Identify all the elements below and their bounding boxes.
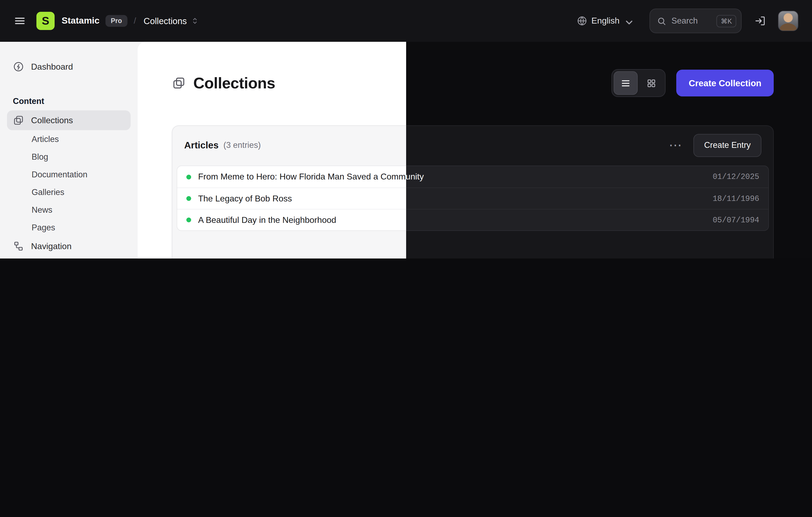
sidebar: Dashboard Content Collections Articles B…	[0, 42, 138, 258]
breadcrumb-separator: /	[134, 16, 136, 26]
sidebar-item-blog[interactable]: Blog	[7, 148, 130, 166]
menu-button[interactable]	[12, 13, 28, 29]
brand-name: Statamic	[62, 16, 99, 26]
sidebar-item-galleries[interactable]: Galleries	[7, 183, 130, 201]
sidebar-item-label: Collections	[31, 115, 73, 125]
view-mode-toggle	[612, 69, 666, 97]
grid-view-button[interactable]	[640, 71, 664, 95]
sidebar-item-label: Dashboard	[31, 62, 73, 72]
hamburger-icon	[13, 15, 26, 27]
collection-entry-count: (3 entries)	[223, 140, 261, 150]
search-icon	[657, 16, 666, 25]
search-label: Search	[671, 16, 698, 26]
logout-icon	[754, 15, 766, 27]
published-status-dot	[186, 196, 191, 201]
avatar[interactable]	[778, 11, 799, 31]
logo-letter: S	[42, 15, 49, 27]
create-entry-button[interactable]: Create Entry	[693, 134, 761, 157]
sidebar-item-collections[interactable]: Collections	[7, 110, 130, 130]
sidebar-item-news[interactable]: News	[7, 201, 130, 219]
topbar: S Statamic Pro / Collections English Sea…	[0, 0, 812, 42]
entry-title-link[interactable]: The Legacy of Bob Ross	[198, 194, 292, 203]
entry-title-link[interactable]: From Meme to Hero: How Florida Man Saved…	[198, 172, 424, 182]
entry-title-link[interactable]: A Beautiful Day in the Neighborhood	[198, 215, 336, 225]
sidebar-item-label: Navigation	[31, 241, 71, 251]
breadcrumb-label: Collections	[144, 16, 186, 26]
sidebar-item-taxonomies[interactable]: Taxonomies	[7, 256, 130, 258]
breadcrumb-collections[interactable]: Collections	[144, 16, 199, 26]
collections-icon	[172, 76, 186, 90]
collection-options-button[interactable]: ⋯	[669, 140, 682, 151]
create-collection-button[interactable]: Create Collection	[676, 70, 774, 97]
sidebar-item-navigation[interactable]: Navigation	[7, 236, 130, 256]
globe-icon	[576, 16, 587, 26]
sidebar-item-documentation[interactable]: Documentation	[7, 166, 130, 183]
list-view-icon	[621, 78, 631, 88]
stage: S Statamic Pro / Collections English Sea…	[0, 0, 812, 258]
sidebar-section-heading-content: Content	[7, 96, 130, 107]
statamic-logo[interactable]: S	[36, 12, 55, 30]
published-status-dot	[186, 174, 191, 179]
dashboard-icon	[13, 61, 24, 72]
collection-name[interactable]: Articles	[184, 140, 219, 151]
page-title: Collections	[193, 74, 275, 92]
card-actions: ⋯ Create Entry	[669, 134, 761, 157]
chevron-up-down-icon	[191, 17, 199, 25]
chevron-down-icon	[624, 17, 631, 25]
topbar-right: English Search ⌘K	[576, 8, 799, 33]
entry-date: 01/12/2025	[713, 172, 759, 181]
sidebar-item-articles[interactable]: Articles	[7, 130, 130, 148]
entry-date: 18/11/1996	[713, 194, 759, 203]
session-button[interactable]	[752, 13, 768, 29]
list-view-button[interactable]	[614, 71, 638, 95]
grid-view-icon	[646, 78, 657, 88]
entry-date: 05/07/1994	[713, 216, 759, 224]
topbar-left: S Statamic Pro / Collections	[12, 12, 199, 30]
pro-badge: Pro	[106, 15, 127, 27]
published-status-dot	[186, 218, 191, 222]
collections-icon	[13, 115, 24, 126]
language-label: English	[591, 16, 619, 26]
sidebar-item-pages[interactable]: Pages	[7, 219, 130, 236]
search-shortcut-badge: ⌘K	[717, 15, 736, 27]
language-selector[interactable]: English	[576, 16, 631, 26]
search-button[interactable]: Search ⌘K	[649, 8, 742, 33]
page-header-actions: Create Collection	[612, 69, 774, 97]
sidebar-item-dashboard[interactable]: Dashboard	[7, 57, 130, 77]
page-title-group: Collections	[172, 74, 275, 92]
navigation-icon	[13, 241, 24, 252]
